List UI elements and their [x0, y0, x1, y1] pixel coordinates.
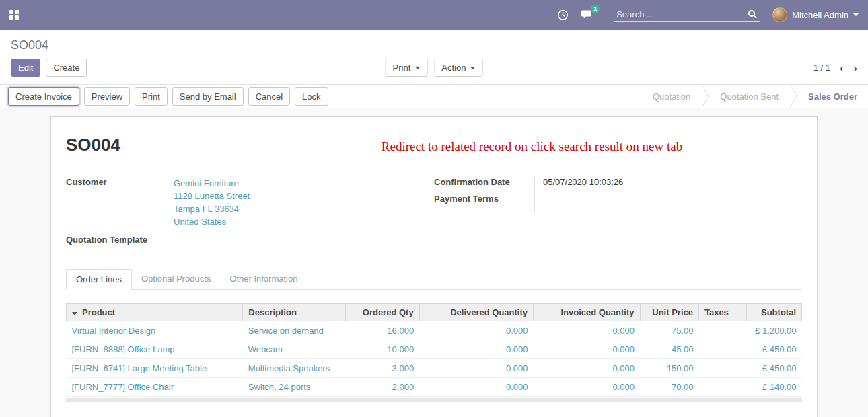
payment-terms-label: Payment Terms [434, 194, 535, 204]
user-menu[interactable]: Mitchell Admin [772, 7, 859, 22]
cell-unit-price[interactable]: 75.00 [640, 321, 698, 340]
table-row[interactable]: [FURN_6741] Large Meeting Table Multimed… [67, 359, 802, 378]
apps-menu-icon[interactable] [9, 10, 19, 20]
cell-product[interactable]: [FURN_6741] Large Meeting Table [67, 359, 243, 378]
field-divider [534, 177, 535, 212]
cell-taxes[interactable] [698, 321, 746, 340]
cell-product[interactable]: [FURN_7777] Office Chair [67, 378, 243, 397]
cell-ordered-qty[interactable]: 16.000 [346, 321, 419, 340]
column-header-delivered-qty[interactable]: Delivered Quantity [419, 304, 533, 321]
action-dropdown[interactable]: Action [434, 59, 482, 77]
print-dropdown-label: Print [393, 62, 411, 73]
state-quotation[interactable]: Quotation [642, 85, 701, 108]
edit-button[interactable]: Edit [11, 59, 40, 77]
cancel-button[interactable]: Cancel [248, 87, 290, 106]
pager-next-icon[interactable]: › [853, 62, 857, 74]
cell-unit-price[interactable]: 45.00 [640, 340, 698, 359]
table-footer-bar [66, 398, 802, 402]
cell-taxes[interactable] [698, 359, 746, 378]
cell-invoiced-qty[interactable]: 0.000 [534, 340, 640, 359]
cell-unit-price[interactable]: 70.00 [640, 378, 698, 397]
cell-delivered-qty[interactable]: 0.000 [419, 378, 533, 397]
customer-link[interactable]: Gemini Furniture [174, 177, 250, 190]
cell-description[interactable]: Webcam [243, 340, 346, 359]
search-icon[interactable] [748, 10, 755, 17]
tab-optional-products[interactable]: Optional Products [132, 269, 220, 290]
breadcrumb[interactable]: SO004 [11, 38, 48, 52]
annotation-text: Redirect to related record on click sear… [120, 139, 802, 154]
column-header-description[interactable]: Description [243, 304, 346, 321]
cell-subtotal[interactable]: £ 1,200.00 [746, 321, 801, 340]
state-quotation-sent[interactable]: Quotation Sent [709, 85, 789, 108]
table-row[interactable]: [FURN_7777] Office Chair Switch, 24 port… [67, 378, 802, 397]
column-header-invoiced-qty[interactable]: Invoiced Quantity [534, 304, 640, 321]
cell-invoiced-qty[interactable]: 0.000 [534, 321, 640, 340]
form-view: SO004 Redirect to related record on clic… [0, 108, 868, 417]
payment-terms-value[interactable] [535, 194, 543, 204]
preview-button[interactable]: Preview [84, 87, 130, 106]
cell-taxes[interactable] [698, 378, 746, 397]
cell-subtotal[interactable]: £ 450.00 [746, 359, 801, 378]
cell-invoiced-qty[interactable]: 0.000 [534, 378, 640, 397]
cell-delivered-qty[interactable]: 0.000 [419, 359, 533, 378]
print-button[interactable]: Print [135, 87, 168, 106]
create-button[interactable]: Create [46, 59, 87, 77]
pager-counter: 1 / 1 [813, 63, 830, 73]
column-header-subtotal[interactable]: Subtotal [746, 304, 801, 321]
state-arrow-icon [789, 85, 797, 108]
chevron-down-icon [414, 67, 420, 69]
cell-description[interactable]: Multimedia Speakers [243, 359, 346, 378]
column-header-taxes[interactable]: Taxes [698, 304, 746, 321]
control-panel: SO004 Edit Create Print Action 1 / 1 ‹ › [0, 30, 868, 84]
notebook-tabs: Order Lines Optional Products Other Info… [66, 269, 802, 290]
tab-order-lines[interactable]: Order Lines [66, 269, 132, 290]
customer-address-line: 1128 Lunetta Street [174, 190, 250, 202]
cell-taxes[interactable] [698, 340, 746, 359]
column-header-unit-price[interactable]: Unit Price [640, 304, 698, 321]
messages-icon[interactable]: 1 [581, 9, 593, 20]
customer-address-line: United States [174, 215, 250, 228]
chevron-down-icon [853, 13, 859, 16]
column-header-ordered-qty[interactable]: Ordered Qty [346, 304, 419, 321]
confirmation-date-value: 05/07/2020 10:03:26 [535, 177, 623, 187]
customer-label: Customer [66, 177, 174, 228]
cell-description[interactable]: Switch, 24 ports [243, 378, 346, 397]
record-title: SO004 [66, 135, 120, 155]
cell-unit-price[interactable]: 150.00 [640, 359, 698, 378]
statusbar: Create Invoice Preview Print Send by Ema… [0, 84, 868, 108]
cell-delivered-qty[interactable]: 0.000 [419, 321, 533, 340]
search-input[interactable] [616, 9, 748, 20]
order-lines-table: Product Description Ordered Qty Delivere… [66, 303, 802, 397]
cell-subtotal[interactable]: £ 140.00 [746, 378, 801, 397]
message-count-badge: 1 [591, 5, 600, 13]
navbar-search [614, 8, 760, 22]
send-by-email-button[interactable]: Send by Email [172, 87, 244, 106]
cell-ordered-qty[interactable]: 3.000 [346, 359, 419, 378]
table-header-row: Product Description Ordered Qty Delivere… [67, 304, 802, 321]
cell-ordered-qty[interactable]: 10.000 [346, 340, 419, 359]
customer-value: Gemini Furniture 1128 Lunetta Street Tam… [174, 177, 250, 228]
sheet: SO004 Redirect to related record on clic… [50, 116, 818, 417]
column-header-product[interactable]: Product [67, 304, 243, 321]
cell-ordered-qty[interactable]: 2.000 [346, 378, 419, 397]
table-row[interactable]: [FURN_8888] Office Lamp Webcam 10.000 0.… [67, 340, 802, 359]
table-row[interactable]: Virtual Interior Design Service on deman… [67, 321, 802, 340]
cell-delivered-qty[interactable]: 0.000 [419, 340, 533, 359]
cell-product[interactable]: [FURN_8888] Office Lamp [67, 340, 243, 359]
print-dropdown[interactable]: Print [386, 59, 428, 77]
chevron-down-icon [470, 67, 475, 69]
activities-clock-icon[interactable] [557, 9, 569, 21]
create-invoice-button[interactable]: Create Invoice [8, 87, 79, 106]
tab-other-information[interactable]: Other Information [220, 269, 307, 290]
customer-address-line: Tampa FL 33634 [174, 202, 250, 215]
state-arrow-icon [701, 85, 709, 108]
cell-subtotal[interactable]: £ 450.00 [746, 340, 801, 359]
cell-description[interactable]: Service on demand [243, 321, 346, 340]
confirmation-date-label: Confirmation Date [434, 177, 535, 187]
pager-previous-icon[interactable]: ‹ [840, 62, 844, 74]
quotation-template-label: Quotation Template [66, 235, 174, 245]
cell-product[interactable]: Virtual Interior Design [67, 321, 243, 340]
lock-button[interactable]: Lock [295, 87, 328, 106]
state-sales-order[interactable]: Sales Order [797, 85, 868, 108]
cell-invoiced-qty[interactable]: 0.000 [534, 359, 640, 378]
